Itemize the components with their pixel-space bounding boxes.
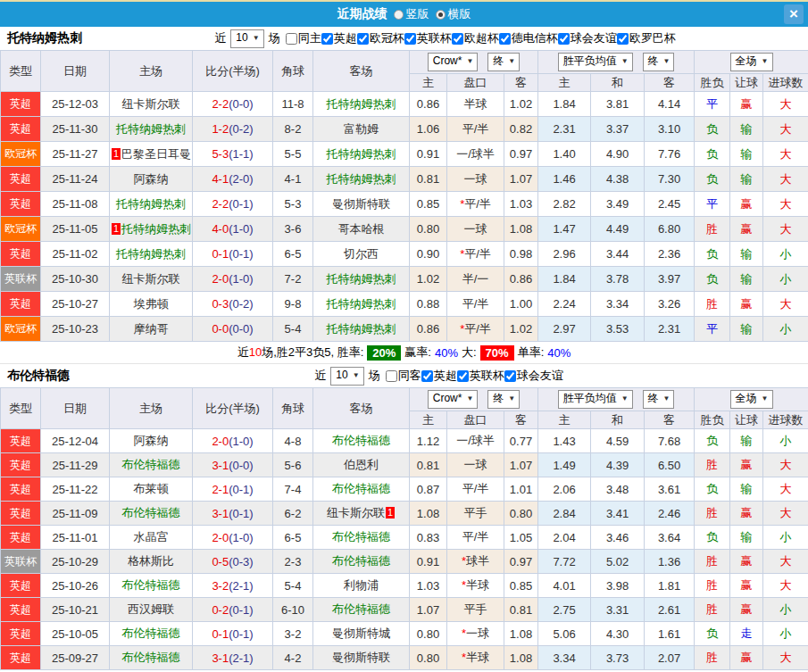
col-header-date: 日期 [41, 51, 110, 92]
avg-away: 7.68 [645, 429, 695, 453]
corner-count: 2-3 [273, 550, 313, 574]
odds-home: 1.07 [410, 598, 447, 622]
result-over-under: 大 [763, 502, 808, 526]
avg-final-select[interactable]: 终 [643, 53, 675, 71]
avg-draw: 3.34 [591, 292, 645, 317]
result-over-under: 小 [763, 598, 808, 622]
result-over-under: 大 [763, 550, 808, 574]
home-team: 水晶宫 [110, 526, 193, 550]
filter-checkbox-英超[interactable]: 英超 [421, 368, 457, 384]
handicap-line: *平/半 [447, 317, 504, 342]
avg-home: 2.82 [538, 192, 591, 217]
result-wdl: 胜 [695, 550, 730, 574]
filter-checkbox-input[interactable] [617, 33, 629, 45]
match-date: 25-11-22 [41, 477, 110, 502]
score: 0-1(0-1) [193, 622, 273, 646]
filter-checkbox-input[interactable] [457, 370, 469, 382]
handicap-line: 一球 [447, 167, 504, 192]
sub-header-avg-draw: 和 [591, 411, 645, 429]
result-handicap: 输 [730, 117, 763, 142]
period-select[interactable]: 全场 [730, 53, 773, 71]
avg-home: 1.47 [538, 217, 591, 242]
odds-final-select[interactable]: 终 [487, 53, 520, 71]
odds-company-select[interactable]: Crow* [428, 53, 479, 71]
match-row: 英超25-12-04阿森纳2-0(1-0)4-8布伦特福德1.12一/球半0.7… [1, 429, 808, 453]
corner-count: 6-5 [273, 242, 313, 267]
filter-checkbox-input[interactable] [504, 370, 516, 382]
sub-header-avg-home: 主 [538, 411, 591, 429]
avg-home: 1.84 [538, 92, 591, 117]
match-date: 25-11-30 [41, 117, 110, 142]
result-over-under: 小 [763, 267, 808, 292]
result-over-under: 大 [763, 453, 808, 477]
filter-checkbox-英联杯[interactable]: 英联杯 [404, 30, 452, 46]
match-date: 25-10-05 [41, 622, 110, 646]
filter-checkbox-球会友谊[interactable]: 球会友谊 [558, 30, 617, 46]
filter-checkbox-input[interactable] [499, 33, 511, 45]
filter-checkbox-input[interactable] [558, 33, 570, 45]
odds-home: 0.81 [410, 167, 447, 192]
league-filter-checkboxes: 同客英超英联杯球会友谊 [386, 368, 563, 384]
result-over-under: 大 [763, 292, 808, 317]
result-over-under: 大 [763, 574, 808, 598]
recent-count-select[interactable]: 10 [230, 29, 263, 48]
close-button[interactable]: × [784, 4, 804, 24]
filter-checkbox-英联杯[interactable]: 英联杯 [457, 368, 504, 384]
result-over-under: 小 [763, 242, 808, 267]
result-over-under: 大 [763, 217, 808, 242]
result-wdl: 负 [695, 117, 730, 142]
odds-away: 0.81 [504, 598, 538, 622]
result-wdl: 平 [695, 192, 730, 217]
avg-draw: 3.44 [591, 242, 645, 267]
col-header-home: 主场 [110, 388, 193, 429]
result-handicap: 输 [730, 242, 763, 267]
sub-header-goals: 进球数 [763, 411, 808, 429]
radio-vertical-icon[interactable] [394, 10, 404, 20]
filter-checkbox-欧罗巴杯[interactable]: 欧罗巴杯 [617, 30, 676, 46]
filter-checkbox-同客[interactable]: 同客 [386, 368, 421, 384]
radio-horizontal-icon[interactable] [436, 10, 446, 20]
odds-home: 0.80 [410, 646, 447, 670]
match-row: 英超25-10-05布伦特福德0-1(0-1)3-2曼彻斯特城0.80*一球1.… [1, 622, 808, 646]
home-team: 托特纳姆热刺 [110, 242, 193, 267]
filter-checkbox-英超[interactable]: 英超 [321, 30, 357, 46]
radio-vertical-label[interactable]: 竖版 [406, 6, 429, 22]
result-handicap: 走 [730, 622, 763, 646]
result-wdl: 平 [695, 317, 730, 342]
avg-final-select[interactable]: 终 [643, 390, 675, 409]
avg-draw: 3.81 [591, 92, 645, 117]
avg-away: 1.81 [645, 574, 695, 598]
avg-select[interactable]: 胜平负均值 [558, 390, 633, 409]
avg-away: 6.80 [645, 217, 695, 242]
recent-count-select[interactable]: 10 [330, 367, 363, 386]
filter-checkbox-input[interactable] [357, 33, 369, 45]
radio-horizontal-label[interactable]: 横版 [448, 6, 471, 22]
avg-away: 3.61 [645, 477, 695, 502]
filter-checkbox-同主[interactable]: 同主 [286, 30, 321, 46]
filter-checkbox-球会友谊[interactable]: 球会友谊 [504, 368, 563, 384]
filter-checkbox-欧冠杯[interactable]: 欧冠杯 [357, 30, 404, 46]
col-header-type: 类型 [1, 388, 41, 429]
league-badge: 英联杯 [1, 267, 41, 292]
filter-checkbox-input[interactable] [404, 33, 416, 45]
filter-checkbox-input[interactable] [421, 370, 433, 382]
avg-select[interactable]: 胜平负均值 [558, 53, 633, 71]
filter-checkbox-input[interactable] [452, 33, 463, 45]
odds-company-select[interactable]: Crow* [428, 390, 479, 409]
filter-checkbox-input[interactable] [286, 33, 297, 45]
odds-final-select[interactable]: 终 [487, 390, 520, 409]
period-select[interactable]: 全场 [730, 390, 773, 409]
filter-checkbox-欧超杯[interactable]: 欧超杯 [452, 30, 499, 46]
single-rate: 40% [547, 346, 571, 360]
filter-checkbox-input[interactable] [386, 370, 397, 382]
layout-vertical-option[interactable]: 竖版 [394, 6, 429, 22]
match-date: 25-10-27 [41, 292, 110, 317]
avg-home: 2.24 [538, 292, 591, 317]
filter-checkbox-input[interactable] [321, 33, 333, 45]
layout-horizontal-option[interactable]: 横版 [436, 6, 471, 22]
filter-checkbox-德电信杯[interactable]: 德电信杯 [499, 30, 558, 46]
odds-home: 1.08 [410, 502, 447, 526]
close-icon[interactable]: × [789, 5, 798, 22]
avg-away: 3.64 [645, 526, 695, 550]
score: 2-0(1-0) [193, 267, 273, 292]
